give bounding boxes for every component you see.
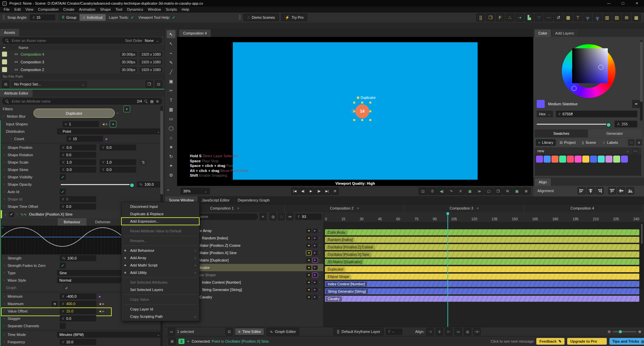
list-view-icon[interactable]: ≡ bbox=[636, 139, 642, 146]
tab-add-layers[interactable]: Add Layers bbox=[551, 30, 578, 37]
layer-duration-bar[interactable]: Cavalry bbox=[325, 296, 639, 302]
input-shapes-field[interactable]: ≡1 bbox=[62, 121, 99, 127]
asset-color-swatch[interactable] bbox=[2, 67, 7, 72]
selection-icon[interactable]: ▭ bbox=[168, 328, 175, 335]
context-menu-item[interactable] bbox=[123, 236, 197, 236]
playback-button[interactable]: |▶ bbox=[315, 187, 323, 195]
solo-circle-icon[interactable]: ○ bbox=[319, 288, 321, 291]
layer-duration-bar[interactable]: Oscillator [Position.Z] Cosine bbox=[325, 244, 639, 250]
out-marker-icon[interactable]: ▶ bbox=[313, 229, 318, 233]
menu-item[interactable]: Edit bbox=[12, 7, 23, 12]
layer-duration-bar[interactable]: Duplicator bbox=[325, 266, 639, 272]
toolbar-icon[interactable]: ∴ bbox=[505, 13, 514, 21]
timeline-ruler[interactable]: 0153045607590105120135150165180195210225… bbox=[324, 212, 644, 223]
toolbar-icon[interactable]: ▩ bbox=[632, 13, 641, 21]
align-top-icon[interactable] bbox=[608, 187, 616, 194]
keyframe-left-icon[interactable]: ◀ bbox=[102, 123, 104, 126]
viewport-canvas[interactable]: Hold S Direct Layer Selection Space Play… bbox=[177, 37, 533, 186]
attribute-editor-tab[interactable]: Attribute Editor bbox=[0, 90, 33, 97]
toolbar-icon[interactable]: ╤ bbox=[583, 13, 592, 21]
tab-swatches[interactable]: Swatches bbox=[535, 129, 588, 137]
color-swatch[interactable] bbox=[598, 156, 605, 163]
shape-skew-x-field[interactable]: X0.0 bbox=[60, 167, 96, 173]
solo-circle-icon[interactable]: ○ bbox=[319, 281, 321, 284]
add-filter-button[interactable]: + bbox=[123, 106, 130, 112]
asset-color-swatch[interactable] bbox=[2, 59, 7, 64]
composition-tab[interactable]: Composition 2× bbox=[285, 204, 405, 212]
individual-toggle[interactable]: ⠶ Individual bbox=[79, 14, 106, 21]
in-marker-icon[interactable]: ◀ bbox=[306, 295, 311, 299]
viewport-option-icon[interactable]: ▩ bbox=[513, 187, 521, 195]
hue-selector[interactable] bbox=[572, 86, 577, 91]
viewport-tool-icon[interactable]: T bbox=[167, 96, 175, 104]
in-marker-icon[interactable]: ◀ bbox=[306, 266, 311, 270]
oscillator-enabled-checkbox[interactable]: ✓ bbox=[9, 212, 14, 217]
playback-button[interactable]: ▶| bbox=[323, 187, 331, 195]
attribute-search[interactable]: 2/4 ▦ ⊗ bbox=[2, 98, 162, 105]
viewport-tool-icon[interactable]: ✎ bbox=[167, 58, 175, 66]
viewport-option-icon[interactable]: ≫ bbox=[475, 187, 484, 195]
viewport-tool-icon[interactable]: ↖ bbox=[167, 40, 175, 48]
shape-scale-y-field[interactable]: Y1.0 bbox=[100, 159, 136, 165]
timeline-tracks[interactable]: 0153045607590105120135150165180195210225… bbox=[324, 212, 644, 327]
solo-circle-icon[interactable]: ○ bbox=[319, 229, 321, 232]
keyframe-right-icon[interactable]: ▶ bbox=[106, 123, 108, 126]
asset-row[interactable]: ▭ Composition 2 30.00fps 1920 x 1080 bbox=[0, 66, 164, 73]
keyframe-frame-field[interactable]: F - bbox=[386, 329, 402, 335]
assets-tab[interactable]: Assets bbox=[0, 29, 19, 36]
connection-out-icon[interactable]: ▶ bbox=[102, 302, 104, 305]
current-color-swatch[interactable] bbox=[537, 100, 545, 108]
frequency-field[interactable]: #10.0 bbox=[60, 339, 96, 345]
toolbar-icon[interactable]: ▦ bbox=[564, 13, 573, 21]
pi-expression-icon[interactable]: π bbox=[52, 301, 58, 306]
close-tab-icon[interactable]: × bbox=[237, 206, 239, 210]
zoom-out-icon[interactable]: ⊖ bbox=[608, 330, 611, 334]
project-dropdown[interactable]: No Project Set... ⌄ bbox=[11, 81, 87, 88]
tab-behaviour[interactable]: Behaviour bbox=[58, 218, 87, 226]
context-menu-item[interactable]: Set Selected Attributes bbox=[121, 279, 199, 286]
toolbar-icon[interactable]: ⋯ bbox=[544, 13, 553, 21]
hex-value-field[interactable]: # 6755ff bbox=[556, 111, 637, 117]
color-swatch[interactable] bbox=[567, 156, 574, 163]
toolbar-icon[interactable]: ⊤ bbox=[574, 13, 582, 21]
viewport-tool-icon[interactable]: ▦ bbox=[167, 105, 175, 113]
align-center-h-icon[interactable] bbox=[587, 187, 595, 194]
context-menu-item[interactable] bbox=[123, 226, 197, 226]
menu-item[interactable]: File bbox=[1, 7, 12, 12]
timeline-scrollbar[interactable] bbox=[640, 222, 643, 289]
message-count-badge[interactable]: 2 bbox=[178, 339, 184, 344]
menu-item[interactable]: Tool bbox=[113, 7, 124, 12]
solo-circle-icon[interactable]: ○ bbox=[319, 266, 321, 269]
align-kf-left-icon[interactable]: ⊣ bbox=[426, 328, 434, 335]
selection-handle[interactable] bbox=[361, 119, 363, 121]
viewport-option-icon[interactable]: ⚙ bbox=[522, 187, 531, 195]
sort-order-value[interactable]: None bbox=[145, 39, 153, 43]
frame-field[interactable]: F 93 bbox=[295, 214, 322, 220]
out-marker-icon[interactable]: ▶ bbox=[313, 258, 318, 263]
solo-circle-icon[interactable]: ○ bbox=[319, 295, 321, 299]
sv-selector[interactable] bbox=[598, 65, 603, 70]
layer-duration-bar[interactable]: Random [Index] bbox=[325, 237, 639, 243]
maximize-button[interactable]: ▢ bbox=[616, 0, 630, 7]
color-swatch[interactable] bbox=[575, 156, 582, 163]
color-swatch[interactable] bbox=[605, 156, 612, 163]
chevron-down-icon[interactable]: ⌄ bbox=[116, 110, 119, 115]
color-swatch[interactable] bbox=[536, 156, 543, 163]
layer-duration-bar[interactable]: String Generator [String] bbox=[325, 288, 639, 294]
context-menu-item[interactable]: Set Selected Layers bbox=[121, 286, 199, 293]
menu-item[interactable]: Animation bbox=[77, 7, 98, 12]
asset-search-input[interactable] bbox=[11, 38, 123, 43]
close-button[interactable]: ✕ bbox=[630, 0, 644, 7]
time-mode-dropdown[interactable]: Minutes (BPM) ⌄ bbox=[57, 332, 162, 338]
grid-icon[interactable]: ▦ bbox=[150, 99, 153, 104]
shape-opacity-slider[interactable] bbox=[61, 184, 133, 185]
menu-item[interactable]: Create bbox=[61, 7, 77, 12]
box-icon[interactable]: ⊡ bbox=[225, 328, 233, 335]
context-menu-item[interactable] bbox=[123, 245, 197, 246]
strength-fades-checkbox[interactable]: ✓ bbox=[60, 263, 66, 269]
shape-skew-y-field[interactable]: Y0.0 bbox=[100, 167, 136, 173]
selection-handle[interactable] bbox=[369, 119, 371, 121]
eyedropper-icon[interactable]: ✒ bbox=[3, 46, 6, 50]
labels-button[interactable]: ♢ Labels bbox=[600, 139, 621, 146]
project-button[interactable]: ⊟ Project bbox=[557, 139, 578, 146]
